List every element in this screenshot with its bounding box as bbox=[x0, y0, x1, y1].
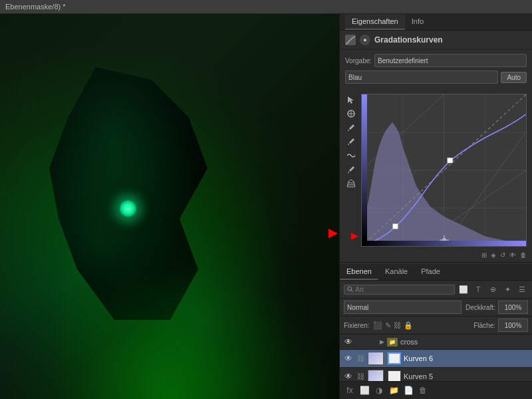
trash-icon[interactable]: 🗑 bbox=[520, 251, 527, 259]
curves-mode-icon: ● bbox=[360, 35, 370, 45]
adj-button[interactable]: ◑ bbox=[373, 384, 385, 396]
opacity-label: Deckkraft: bbox=[466, 304, 495, 311]
tools-sidebar bbox=[345, 94, 358, 247]
tool-eyedrop3[interactable] bbox=[345, 164, 357, 176]
eye-icon[interactable]: 👁 bbox=[509, 251, 516, 259]
layer-icon4[interactable]: ✦ bbox=[501, 283, 513, 295]
tab-eigenschaften[interactable]: Eigenschaften bbox=[345, 14, 405, 30]
fx-button[interactable]: fx bbox=[344, 384, 356, 396]
curves-area: ▶ bbox=[345, 94, 527, 247]
layer-item-kurven5[interactable]: 👁 ⛓ Kurven 5 bbox=[340, 368, 532, 381]
auto-button[interactable]: Auto bbox=[501, 72, 527, 83]
properties-panel: Eigenschaften Info ● Gradationskurven bbox=[340, 14, 532, 264]
curve-graph[interactable]: ▶ bbox=[361, 94, 527, 247]
svg-line-25 bbox=[351, 290, 352, 291]
channels-icon[interactable]: ◈ bbox=[491, 251, 496, 259]
tab-info[interactable]: Info bbox=[405, 14, 430, 30]
tab-ebenen[interactable]: Ebenen bbox=[340, 264, 378, 280]
canvas-area bbox=[0, 14, 339, 399]
fix-label: Fixieren: bbox=[344, 322, 369, 329]
properties-tabbar: Eigenschaften Info bbox=[340, 14, 532, 31]
layer-icon2[interactable]: T bbox=[472, 283, 484, 295]
group-name: cross bbox=[400, 338, 418, 346]
svg-rect-1 bbox=[0, 14, 339, 399]
grid-icon[interactable]: ⊞ bbox=[481, 251, 487, 259]
layer-icon1[interactable]: ⬜ bbox=[458, 283, 469, 295]
layer2-thumb bbox=[368, 370, 384, 381]
fill-row: Fläche: bbox=[473, 319, 528, 332]
layer1-mask bbox=[388, 352, 401, 364]
svg-rect-19 bbox=[392, 223, 398, 229]
blend-select[interactable]: Normal bbox=[344, 301, 462, 314]
fix-icons: ⬛ ✎ ⛓ 🔒 bbox=[373, 321, 413, 330]
curves-icon-svg bbox=[346, 35, 355, 45]
canvas-image bbox=[0, 14, 339, 399]
layers-panel: Ebenen Kanäle Pfade ⬜ T ⊕ bbox=[340, 264, 532, 399]
layers-list: 👁 ▶ 📁 cross 👁 ⛓ Kurven 6 👁 bbox=[340, 334, 532, 381]
opacity-input[interactable] bbox=[498, 301, 528, 314]
gradient-bar-bottom bbox=[362, 241, 526, 246]
tool-eyedrop1[interactable] bbox=[345, 122, 357, 134]
fix-icon4[interactable]: 🔒 bbox=[404, 321, 413, 330]
layer2-name: Kurven 5 bbox=[404, 372, 528, 380]
window-title: Ebenenmaske/8) * bbox=[5, 3, 66, 11]
preset-row: Vorgabe: Benutzerdefiniert bbox=[345, 54, 527, 67]
fill-input[interactable] bbox=[498, 319, 528, 332]
preset-label: Vorgabe: bbox=[345, 57, 372, 65]
curves-section: Vorgabe: Benutzerdefiniert Blau Auto bbox=[340, 50, 532, 91]
curves-header: ● Gradationskurven bbox=[340, 31, 532, 50]
layers-tabs: Ebenen Kanäle Pfade bbox=[340, 264, 532, 281]
fix-row: Fixieren: ⬛ ✎ ⛓ 🔒 Fläche: bbox=[340, 317, 532, 334]
group-arrow[interactable]: ▶ bbox=[380, 338, 384, 345]
mask-button[interactable]: ⬜ bbox=[358, 384, 370, 396]
gradient-bar-left bbox=[362, 94, 367, 241]
reset-icon[interactable]: ↺ bbox=[500, 251, 505, 259]
search-input[interactable] bbox=[355, 286, 452, 293]
layer-item-kurven6[interactable]: 👁 ⛓ Kurven 6 bbox=[340, 350, 532, 368]
svg-point-24 bbox=[348, 287, 352, 291]
main-layout: Eigenschaften Info ● Gradationskurven bbox=[0, 14, 532, 399]
delete-button[interactable]: 🗑 bbox=[417, 384, 429, 396]
separator bbox=[340, 262, 532, 263]
layer1-name: Kurven 6 bbox=[404, 354, 528, 362]
search-icon bbox=[347, 286, 353, 293]
tool-star[interactable] bbox=[345, 178, 357, 190]
layers-search[interactable] bbox=[344, 285, 455, 295]
fix-icon1[interactable]: ⬛ bbox=[373, 321, 382, 330]
layer-icon3[interactable]: ⊕ bbox=[487, 283, 499, 295]
tool-pointer[interactable] bbox=[345, 94, 357, 106]
tool-wave[interactable] bbox=[345, 150, 357, 162]
red-arrow-indicator bbox=[329, 229, 338, 238]
group-button[interactable]: 📁 bbox=[388, 384, 400, 396]
red-arrow: ▶ bbox=[351, 230, 358, 241]
atmosphere-overlay bbox=[0, 14, 339, 399]
layer1-link[interactable]: ⛓ bbox=[356, 354, 365, 363]
layer-group-cross: 👁 ▶ 📁 cross bbox=[340, 334, 532, 350]
layer2-visibility[interactable]: 👁 bbox=[344, 372, 353, 381]
tab-kanaele[interactable]: Kanäle bbox=[378, 264, 414, 280]
curve-svg bbox=[362, 94, 526, 246]
curves-panel-icon bbox=[345, 35, 356, 45]
group-visibility[interactable]: 👁 bbox=[344, 337, 353, 346]
channel-select[interactable]: Blau bbox=[345, 70, 498, 84]
tab-pfade[interactable]: Pfade bbox=[414, 264, 447, 280]
blend-row: Normal Deckkraft: bbox=[340, 299, 532, 317]
fix-icon2[interactable]: ✎ bbox=[385, 321, 391, 330]
curves-title: Gradationskurven bbox=[374, 35, 443, 45]
layer1-visibility[interactable]: 👁 bbox=[344, 354, 353, 363]
layer2-mask bbox=[388, 370, 401, 381]
curve-icons: ⊞ ◈ ↺ 👁 🗑 bbox=[481, 251, 527, 259]
layer2-link[interactable]: ⛓ bbox=[356, 372, 365, 381]
fix-icon3[interactable]: ⛓ bbox=[394, 321, 401, 330]
curve-bottom: ⊞ ◈ ↺ 👁 🗑 bbox=[340, 249, 532, 261]
layer-menu[interactable]: ☰ bbox=[516, 283, 528, 295]
fill-label: Fläche: bbox=[473, 322, 495, 329]
layer1-thumb bbox=[368, 352, 384, 365]
preset-select[interactable]: Benutzerdefiniert bbox=[374, 54, 527, 67]
tool-eyedrop2[interactable] bbox=[345, 136, 357, 148]
svg-rect-20 bbox=[448, 158, 453, 163]
new-layer-button[interactable]: 📄 bbox=[402, 384, 414, 396]
opacity-row: Deckkraft: bbox=[466, 301, 528, 314]
right-panel: Eigenschaften Info ● Gradationskurven bbox=[339, 14, 532, 399]
tool-pencil1[interactable] bbox=[345, 108, 357, 120]
